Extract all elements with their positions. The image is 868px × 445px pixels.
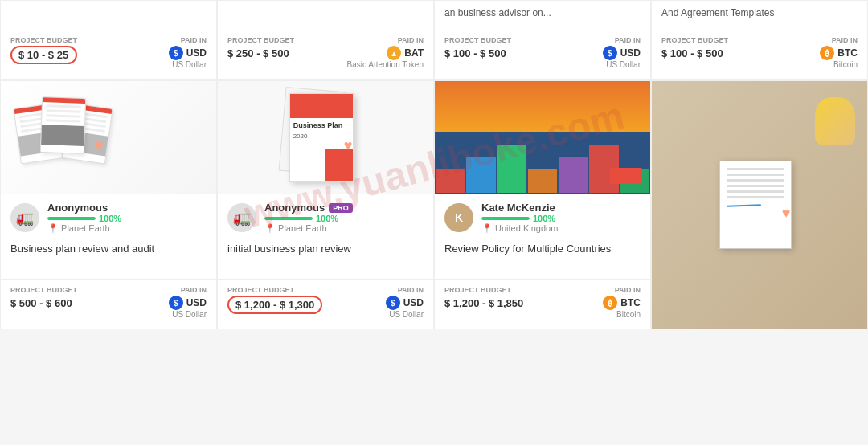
card-top-text (1, 1, 216, 30)
paid-in-section: PAID IN₿BTCBitcoin (820, 36, 858, 69)
service-card[interactable]: ♥🚛Anonymous100%📍 Planet EarthBusiness pl… (0, 80, 217, 329)
paid-in-label: PAID IN (347, 36, 424, 44)
paid-in-label: PAID IN (603, 36, 641, 44)
paid-in-row: $USD (386, 296, 424, 310)
currency-full: US Dollar (169, 60, 207, 69)
card-title: Review Policy for Multiple Countries (435, 239, 650, 279)
service-card[interactable]: an business advisor on...PROJECT BUDGET$… (434, 0, 651, 80)
user-info: Anonymous100%📍 Planet Earth (47, 202, 207, 234)
budget-section: PROJECT BUDGET$ 250 - $ 500PAID IN▲BATBa… (218, 30, 433, 80)
budget-left: PROJECT BUDGET$ 100 - $ 500 (661, 36, 728, 61)
rating-bar (47, 217, 96, 220)
budget-left: PROJECT BUDGET$ 1,200 - $ 1,850 (444, 286, 523, 311)
currency-name: USD (403, 297, 424, 308)
currency-icon: $ (386, 296, 400, 310)
currency-icon: $ (169, 296, 183, 310)
paid-in-label: PAID IN (820, 36, 858, 44)
budget-section: PROJECT BUDGET$ 100 - $ 500PAID IN$USDUS… (435, 30, 650, 80)
location: 📍 United Kingdom (481, 223, 641, 234)
budget-value: $ 100 - $ 500 (444, 46, 506, 61)
paid-in-row: $USD (603, 46, 641, 60)
budget-label: PROJECT BUDGET (227, 36, 294, 44)
budget-value: $ 1,200 - $ 1,300 (227, 296, 322, 314)
paid-in-label: PAID IN (169, 286, 207, 294)
currency-name: USD (620, 47, 641, 59)
budget-section: PROJECT BUDGET$ 1,200 - $ 1,850PAID IN₿B… (435, 279, 650, 329)
service-card[interactable]: ♥KKate McKenzie100%📍 United KingdomRevie… (434, 80, 651, 329)
currency-full: Bitcoin (603, 310, 641, 319)
card-title: Business plan review and audit (1, 239, 216, 279)
service-card[interactable]: And Agreement TemplatesPROJECT BUDGET$ 1… (651, 0, 868, 80)
page-wrapper: PROJECT BUDGET$ 10 - $ 25PAID IN$USDUS D… (0, 0, 868, 329)
currency-name: BAT (404, 47, 424, 59)
rating-wrap: 100% (47, 214, 207, 223)
budget-left: PROJECT BUDGET$ 10 - $ 25 (10, 36, 77, 64)
rating-percentage: 100% (316, 214, 338, 223)
user-info: Kate McKenzie100%📍 United Kingdom (481, 202, 641, 234)
service-card[interactable]: PROJECT BUDGET$ 250 - $ 500PAID IN▲BATBa… (217, 0, 434, 80)
budget-value: $ 10 - $ 25 (10, 46, 77, 64)
card-image: ♥ (652, 81, 867, 329)
card-top-text (218, 1, 433, 30)
paid-in-section: PAID IN₿BTCBitcoin (603, 286, 641, 319)
rating-wrap: 100% (481, 214, 641, 223)
currency-icon: $ (603, 46, 617, 60)
card-grid: PROJECT BUDGET$ 10 - $ 25PAID IN$USDUS D… (0, 0, 868, 329)
budget-label: PROJECT BUDGET (10, 36, 77, 44)
budget-label: PROJECT BUDGET (227, 286, 322, 294)
service-card[interactable]: PROJECT BUDGET$ 10 - $ 25PAID IN$USDUS D… (0, 0, 217, 80)
budget-section: PROJECT BUDGET$ 100 - $ 500PAID IN₿BTCBi… (652, 30, 867, 80)
currency-full: US Dollar (603, 60, 641, 69)
user-section: 🚛Anonymous100%📍 Planet Earth (1, 194, 216, 239)
paid-in-label: PAID IN (603, 286, 641, 294)
avatar: 🚛 (227, 203, 256, 232)
avatar: K (444, 203, 473, 232)
paid-in-row: ₿BTC (820, 46, 858, 60)
card-image: Business Plan2020♥ (218, 81, 433, 194)
favorite-icon[interactable]: ♥ (95, 137, 104, 154)
card-title: initial business plan review (218, 239, 433, 279)
budget-section: PROJECT BUDGET$ 10 - $ 25PAID IN$USDUS D… (1, 30, 216, 80)
currency-name: USD (186, 47, 207, 59)
avatar: 🚛 (10, 203, 39, 232)
user-section: GGere Viktor100%📍 Hungary (652, 329, 867, 329)
paid-in-row: ▲BAT (347, 46, 424, 60)
rating-bar (481, 217, 530, 220)
currency-name: BTC (620, 297, 641, 308)
user-name: Kate McKenzie (481, 202, 641, 214)
paid-in-section: PAID IN$USDUS Dollar (386, 286, 424, 319)
location: 📍 Planet Earth (47, 223, 207, 234)
location: 📍 Planet Earth (264, 223, 424, 234)
service-card[interactable]: ♥GGere Viktor100%📍 HungaryLegal Document… (651, 80, 868, 329)
currency-icon: $ (169, 46, 183, 60)
currency-name: USD (186, 297, 207, 308)
paid-in-section: PAID IN$USDUS Dollar (169, 286, 207, 319)
budget-value: $ 500 - $ 600 (10, 296, 72, 311)
budget-value: $ 1,200 - $ 1,850 (444, 296, 523, 311)
rating-percentage: 100% (533, 214, 555, 223)
paid-in-row: ₿BTC (603, 296, 641, 310)
budget-label: PROJECT BUDGET (444, 36, 511, 44)
card-top-text: And Agreement Templates (652, 1, 867, 30)
card-image: ♥ (1, 81, 216, 194)
paid-in-section: PAID IN▲BATBasic Attention Token (347, 36, 424, 69)
rating-wrap: 100% (264, 214, 424, 223)
budget-section: PROJECT BUDGET$ 1,200 - $ 1,300PAID IN$U… (218, 279, 433, 329)
budget-left: PROJECT BUDGET$ 1,200 - $ 1,300 (227, 286, 322, 314)
rating-percentage: 100% (99, 214, 121, 223)
budget-section: PROJECT BUDGET$ 500 - $ 600PAID IN$USDUS… (1, 279, 216, 329)
card-image: ♥ (435, 81, 650, 194)
favorite-icon[interactable]: ♥ (344, 137, 353, 154)
budget-left: PROJECT BUDGET$ 500 - $ 600 (10, 286, 77, 311)
pro-badge: PRO (329, 203, 353, 213)
user-info: AnonymousPRO100%📍 Planet Earth (264, 202, 424, 234)
budget-left: PROJECT BUDGET$ 100 - $ 500 (444, 36, 511, 61)
favorite-icon[interactable]: ♥ (435, 89, 641, 106)
paid-in-label: PAID IN (169, 36, 207, 44)
favorite-icon[interactable]: ♥ (782, 205, 791, 222)
paid-in-row: $USD (169, 46, 207, 60)
currency-full: US Dollar (169, 310, 207, 319)
paid-in-label: PAID IN (386, 286, 424, 294)
service-card[interactable]: Business Plan2020♥🚛AnonymousPRO100%📍 Pla… (217, 80, 434, 329)
currency-icon: ▲ (387, 46, 401, 60)
